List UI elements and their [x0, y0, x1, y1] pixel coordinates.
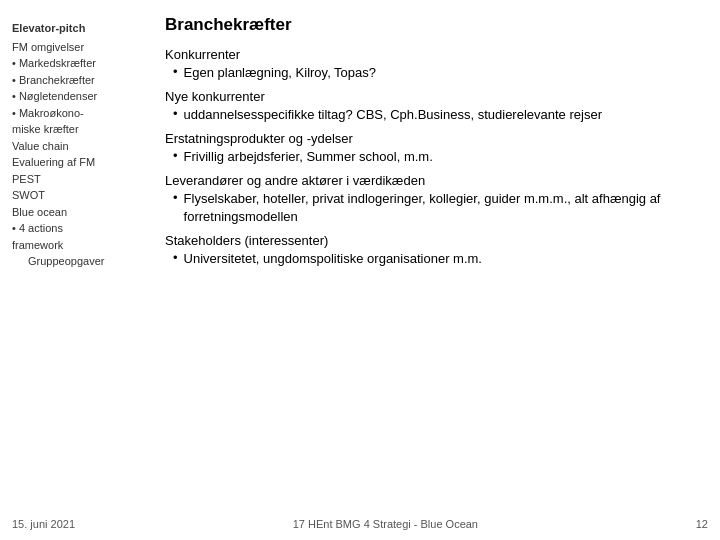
- footer: 15. juni 2021 17 HEnt BMG 4 Strategi - B…: [0, 518, 720, 530]
- bullet-symbol: •: [173, 106, 178, 125]
- sidebar-line-14: Gruppeopgaver: [12, 253, 143, 270]
- sidebar-line-4: • Nøgletendenser: [12, 88, 143, 105]
- section-0-heading: Konkurrenter: [165, 47, 700, 62]
- bullet-symbol: •: [173, 250, 178, 269]
- sidebar-title: Elevator-pitch: [12, 20, 143, 37]
- sidebar-line-13: framework: [12, 237, 143, 254]
- section-4: Stakeholders (interessenter) • Universit…: [165, 233, 700, 269]
- section-0-bullet-0: • Egen planlægning, Kilroy, Topas?: [165, 64, 700, 83]
- section-3-bullet-text-0: Flyselskaber, hoteller, privat indlogeri…: [184, 190, 700, 228]
- section-2: Erstatningsprodukter og -ydelser • Frivi…: [165, 131, 700, 167]
- section-1-bullet-text-0: uddannelsesspecifikke tiltag? CBS, Cph.B…: [184, 106, 602, 125]
- section-4-bullet-0: • Universitetet, ungdomspolitiske organi…: [165, 250, 700, 269]
- sidebar: Elevator-pitch FM omgivelser • Markedskr…: [0, 0, 155, 540]
- section-4-heading: Stakeholders (interessenter): [165, 233, 700, 248]
- bullet-symbol: •: [173, 148, 178, 167]
- section-1-heading: Nye konkurrenter: [165, 89, 700, 104]
- section-0-bullet-text-0: Egen planlægning, Kilroy, Topas?: [184, 64, 376, 83]
- sidebar-line-3: • Branchekræfter: [12, 72, 143, 89]
- sidebar-line-2: • Markedskræfter: [12, 55, 143, 72]
- sidebar-line-11: Blue ocean: [12, 204, 143, 221]
- bullet-symbol: •: [173, 190, 178, 228]
- main-title: Branchekræfter: [165, 15, 700, 35]
- sidebar-line-12: • 4 actions: [12, 220, 143, 237]
- sidebar-line-1: FM omgivelser: [12, 39, 143, 56]
- footer-date: 15. juni 2021: [12, 518, 75, 530]
- section-2-heading: Erstatningsprodukter og -ydelser: [165, 131, 700, 146]
- sidebar-line-10: SWOT: [12, 187, 143, 204]
- main-content: Branchekræfter Konkurrenter • Egen planl…: [155, 0, 720, 540]
- sidebar-line-8: Evaluering af FM: [12, 154, 143, 171]
- sidebar-line-6: miske kræfter: [12, 121, 143, 138]
- footer-page-number: 12: [696, 518, 708, 530]
- section-2-bullet-text-0: Frivillig arbejdsferier, Summer school, …: [184, 148, 433, 167]
- section-3-bullet-0: • Flyselskaber, hoteller, privat indloge…: [165, 190, 700, 228]
- section-3-heading: Leverandører og andre aktører i værdikæd…: [165, 173, 700, 188]
- bullet-symbol: •: [173, 64, 178, 83]
- footer-subtitle: 17 HEnt BMG 4 Strategi - Blue Ocean: [293, 518, 478, 530]
- section-4-bullet-text-0: Universitetet, ungdomspolitiske organisa…: [184, 250, 482, 269]
- section-0: Konkurrenter • Egen planlægning, Kilroy,…: [165, 47, 700, 83]
- section-1-bullet-0: • uddannelsesspecifikke tiltag? CBS, Cph…: [165, 106, 700, 125]
- section-2-bullet-0: • Frivillig arbejdsferier, Summer school…: [165, 148, 700, 167]
- sidebar-line-9: PEST: [12, 171, 143, 188]
- section-3: Leverandører og andre aktører i værdikæd…: [165, 173, 700, 228]
- page: Elevator-pitch FM omgivelser • Markedskr…: [0, 0, 720, 540]
- section-1: Nye konkurrenter • uddannelsesspecifikke…: [165, 89, 700, 125]
- sidebar-line-7: Value chain: [12, 138, 143, 155]
- sidebar-line-5: • Makroøkono-: [12, 105, 143, 122]
